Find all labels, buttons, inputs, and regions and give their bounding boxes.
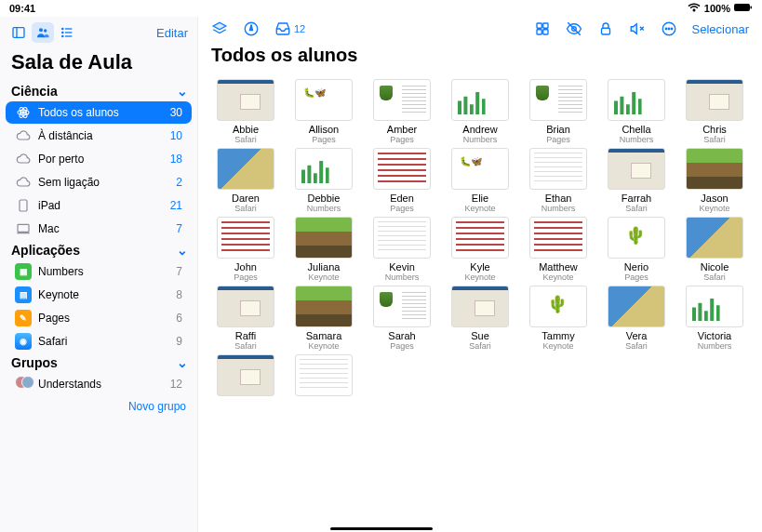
student-card[interactable]: SamaraKeynote (287, 286, 360, 351)
status-time: 09:41 (9, 3, 35, 14)
student-screen-thumbnail (529, 148, 587, 190)
student-card[interactable]: EdenPages (366, 148, 438, 213)
student-card[interactable]: ElieKeynote (444, 148, 516, 213)
student-screen-thumbnail (295, 79, 353, 121)
wifi-icon (688, 3, 701, 14)
sidebar-section-header[interactable]: Aplicações⌄ (0, 241, 197, 259)
list-view-icon[interactable] (56, 22, 78, 43)
svg-rect-2 (13, 28, 24, 38)
student-card[interactable] (287, 354, 360, 399)
sidebar-item-sem-ligação[interactable]: Sem ligação2 (6, 171, 192, 193)
sidebar-section-header[interactable]: Grupos⌄ (0, 353, 197, 372)
cloud-x-icon (15, 174, 32, 191)
student-name: Matthew (539, 261, 578, 273)
sidebar-item-understands[interactable]: Understands12 (6, 373, 192, 395)
student-screen-thumbnail (373, 79, 431, 121)
student-app-label: Pages (390, 341, 414, 351)
student-card[interactable]: SueSafari (444, 286, 516, 351)
svg-point-6 (62, 28, 63, 29)
student-card[interactable]: SarahPages (366, 286, 438, 351)
student-card[interactable]: AbbieSafari (209, 79, 282, 144)
student-name: Vera (626, 330, 648, 341)
sidebar-item-ipad[interactable]: iPad21 (6, 194, 192, 217)
navigate-button[interactable] (243, 20, 260, 37)
sidebar-toggle-icon[interactable] (7, 22, 30, 43)
student-name: Sarah (388, 330, 415, 341)
student-card[interactable]: KyleKeynote (444, 217, 516, 282)
student-card[interactable]: VictoriaNumbers (678, 286, 751, 351)
student-grid: AbbieSafariAllisonPagesAmberPagesAndrewN… (198, 75, 762, 532)
student-card[interactable]: NerioPages (600, 217, 673, 282)
student-card[interactable]: ChellaNumbers (600, 79, 673, 144)
student-card[interactable]: JohnPages (209, 217, 282, 282)
student-card[interactable]: RaffiSafari (209, 286, 282, 351)
sidebar-item-keynote[interactable]: ▤Keynote8 (6, 284, 192, 306)
more-button[interactable] (661, 20, 677, 37)
student-name: Chris (702, 124, 727, 135)
sidebar-section-header[interactable]: Ciência⌄ (0, 82, 197, 100)
sidebar-item-label: Por perto (38, 153, 84, 166)
sidebar-item-por-perto[interactable]: Por perto18 (6, 148, 192, 170)
sidebar-item-label: iPad (38, 199, 60, 212)
student-app-label: Keynote (542, 273, 573, 282)
student-card[interactable]: BrianPages (522, 79, 595, 144)
cloud-on-icon (15, 151, 32, 167)
student-screen-thumbnail (529, 79, 587, 121)
sidebar-item-count: 8 (176, 288, 182, 301)
sidebar-item-label: À distância (38, 129, 93, 142)
student-app-label: Safari (703, 135, 726, 144)
student-card[interactable]: EthanNumbers (522, 148, 595, 213)
student-card[interactable] (209, 354, 282, 399)
student-name: John (234, 261, 257, 273)
mac-icon (15, 220, 32, 237)
grid-view-button[interactable] (534, 20, 551, 37)
section-header-label: Ciência (11, 84, 58, 99)
lock-button[interactable] (597, 20, 614, 37)
sidebar-item-numbers[interactable]: ▦Numbers7 (6, 260, 192, 283)
student-screen-thumbnail (295, 148, 353, 190)
student-card[interactable]: DarenSafari (209, 148, 282, 213)
avatars-icon (15, 376, 32, 392)
edit-button[interactable]: Editar (156, 26, 188, 40)
student-card[interactable]: AllisonPages (287, 79, 360, 144)
student-name: Samara (306, 330, 342, 341)
sidebar-item-pages[interactable]: ✎Pages6 (6, 307, 192, 329)
student-name: Farrah (622, 193, 651, 204)
student-app-label: Numbers (698, 341, 732, 351)
section-header-label: Grupos (11, 355, 58, 370)
layers-button[interactable] (211, 20, 228, 37)
app-numbers-icon: ▦ (15, 263, 32, 280)
student-card[interactable]: KevinNumbers (366, 217, 438, 282)
student-card[interactable]: ChrisSafari (678, 79, 751, 144)
student-card[interactable]: AndrewNumbers (444, 79, 516, 144)
student-card[interactable]: TammyKeynote (522, 286, 595, 351)
student-card[interactable]: JulianaKeynote (287, 217, 360, 282)
select-button[interactable]: Selecionar (692, 22, 749, 36)
people-view-icon[interactable] (32, 22, 54, 43)
sidebar-item-mac[interactable]: Mac7 (6, 218, 192, 240)
home-indicator[interactable] (330, 527, 433, 530)
sidebar-item-safari[interactable]: ◉Safari9 (6, 330, 192, 352)
student-card[interactable]: VeraSafari (600, 286, 673, 351)
student-screen-thumbnail (451, 79, 509, 121)
sidebar-item-todos-os-alunos[interactable]: Todos os alunos30 (6, 101, 192, 124)
svg-rect-0 (734, 4, 750, 11)
student-card[interactable]: JasonKeynote (678, 148, 751, 213)
mute-button[interactable] (629, 20, 646, 37)
student-card[interactable]: AmberPages (366, 79, 438, 144)
app-pages-icon: ✎ (15, 310, 32, 326)
sidebar-item-à-distância[interactable]: À distância10 (6, 125, 192, 147)
student-screen-thumbnail (217, 286, 274, 327)
hide-screens-button[interactable] (566, 20, 582, 37)
student-card[interactable]: FarrahSafari (600, 148, 673, 213)
inbox-button[interactable]: 12 (274, 20, 305, 37)
student-app-label: Numbers (541, 204, 576, 213)
student-card[interactable]: DebbieNumbers (287, 148, 360, 213)
new-group-button[interactable]: Novo grupo (0, 396, 197, 417)
student-app-label: Keynote (308, 273, 339, 282)
student-screen-thumbnail (686, 286, 743, 327)
sidebar-item-label: Numbers (38, 265, 84, 278)
student-card[interactable]: MatthewKeynote (522, 217, 595, 282)
svg-rect-17 (18, 224, 29, 232)
student-card[interactable]: NicoleSafari (678, 217, 751, 282)
